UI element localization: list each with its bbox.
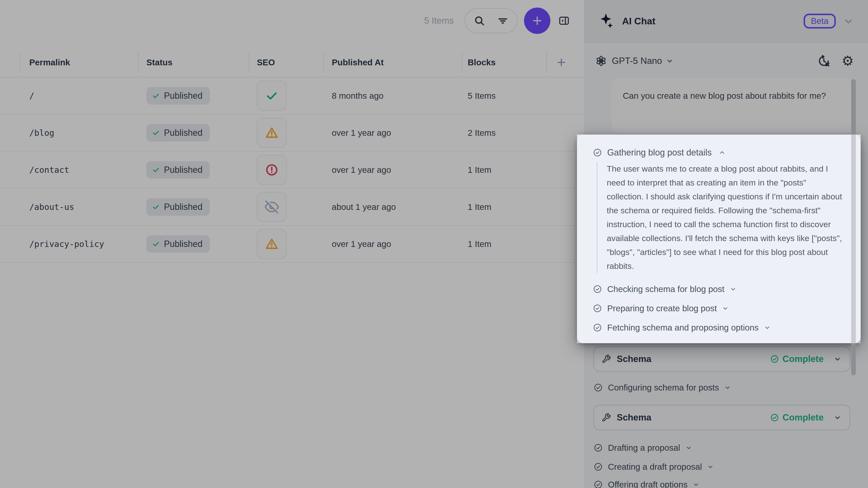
- status-cell: Published: [146, 198, 210, 216]
- item-count: 5 Items: [424, 15, 454, 26]
- model-selector[interactable]: GPT-5 Nano: [612, 56, 662, 66]
- seo-warning-icon: [265, 237, 279, 251]
- status-badge: Published: [146, 198, 210, 216]
- check-icon: [152, 240, 160, 248]
- column-separator: [138, 52, 138, 73]
- add-column-button[interactable]: [556, 57, 567, 68]
- check-icon: [152, 129, 160, 137]
- add-item-button[interactable]: [524, 7, 550, 34]
- seo-cell: [257, 81, 287, 111]
- table-header: Permalink Status SEO Published At Blocks: [0, 48, 584, 77]
- check-circle-icon: [770, 355, 779, 363]
- tool-status-label: Complete: [782, 413, 824, 423]
- seo-eye-off-icon: [265, 200, 279, 214]
- tool-status: Complete: [770, 413, 841, 423]
- published-at-cell: over 1 year ago: [332, 239, 391, 249]
- sparkles-icon: [599, 13, 615, 30]
- chevron-down-icon: [693, 481, 699, 488]
- chevron-down-icon: [834, 414, 841, 421]
- toggle-sidebar-button[interactable]: [557, 13, 571, 28]
- check-circle-icon: [593, 285, 602, 293]
- step-label: Preparing to create blog post: [607, 303, 717, 313]
- seo-cell: [257, 118, 287, 148]
- step-label: Configuring schema for posts: [608, 383, 719, 392]
- panel-title: AI Chat: [622, 16, 655, 27]
- status-label: Published: [164, 165, 203, 175]
- blocks-cell: 5 Items: [468, 91, 496, 101]
- tool-status-label: Complete: [782, 354, 824, 364]
- filter-button[interactable]: [496, 14, 509, 27]
- status-cell: Published: [146, 87, 210, 104]
- reasoning-step-gathering[interactable]: Gathering blog post details: [593, 146, 725, 159]
- chevron-down-icon: [666, 57, 673, 65]
- tool-call-card-schema-1[interactable]: Schema Complete: [593, 346, 850, 372]
- seo-warning-icon: [265, 126, 279, 140]
- reasoning-step-configuring[interactable]: Configuring schema for posts: [594, 378, 731, 397]
- table-body: / Published 8 months ago 5 Items /bl: [0, 77, 584, 263]
- seo-cell: [257, 155, 287, 185]
- plus-icon: [556, 57, 567, 68]
- search-button[interactable]: [473, 14, 486, 27]
- column-header-status[interactable]: Status: [146, 58, 173, 67]
- column-header-seo[interactable]: SEO: [257, 58, 275, 67]
- reasoning-step-preparing-create[interactable]: Preparing to create blog post: [593, 299, 847, 318]
- check-circle-icon: [594, 383, 602, 392]
- step-label: Gathering blog post details: [607, 148, 712, 158]
- tool-status: Complete: [770, 354, 841, 364]
- table-row[interactable]: /contact Published over 1 year ago 1 Ite…: [0, 152, 584, 189]
- history-clear-icon: [817, 54, 831, 67]
- check-circle-icon: [770, 413, 779, 422]
- seo-error-button[interactable]: [257, 155, 287, 185]
- reasoning-step-offering-options[interactable]: Offering draft options: [594, 475, 699, 488]
- table-row[interactable]: /privacy-policy Published over 1 year ag…: [0, 226, 584, 263]
- status-label: Published: [164, 128, 203, 138]
- seo-warning-button[interactable]: [257, 229, 287, 259]
- published-at-cell: over 1 year ago: [332, 128, 391, 138]
- filter-icon: [496, 14, 509, 27]
- step-label: Creating a draft proposal: [608, 462, 702, 472]
- wrench-icon: [601, 413, 611, 422]
- status-badge: Published: [146, 235, 210, 253]
- column-separator: [547, 52, 547, 73]
- column-separator: [323, 52, 324, 73]
- chevron-down-icon[interactable]: [843, 16, 854, 27]
- table-row[interactable]: /blog Published over 1 year ago 2 Items: [0, 115, 584, 152]
- chat-scrollbar-thumb[interactable]: [851, 79, 856, 376]
- seo-warning-button[interactable]: [257, 118, 287, 148]
- column-header-blocks[interactable]: Blocks: [468, 58, 496, 67]
- status-label: Published: [164, 91, 203, 101]
- panel-right-icon: [558, 13, 570, 28]
- search-filter-group: [465, 8, 518, 33]
- seo-pass-button[interactable]: [257, 81, 287, 111]
- settings-button[interactable]: ⚙: [842, 54, 854, 68]
- column-header-permalink[interactable]: Permalink: [29, 58, 70, 67]
- seo-check-icon: [265, 89, 279, 103]
- tool-call-card-schema-2[interactable]: Schema Complete: [593, 404, 850, 430]
- published-at-cell: about 1 year ago: [332, 202, 396, 212]
- status-badge: Published: [146, 124, 210, 142]
- reasoning-step-fetching-schema[interactable]: Fetching schema and proposing options: [593, 318, 847, 337]
- seo-hidden-button[interactable]: [257, 192, 287, 222]
- chevron-down-icon: [724, 384, 731, 391]
- check-icon: [152, 166, 160, 174]
- column-header-published-at[interactable]: Published At: [332, 58, 384, 67]
- column-separator: [462, 52, 462, 73]
- reasoning-step-checking-schema[interactable]: Checking schema for blog post: [593, 279, 847, 299]
- reasoning-step-drafting[interactable]: Drafting a proposal: [594, 438, 692, 457]
- table-row[interactable]: /about-us Published: [0, 189, 584, 226]
- table-row[interactable]: / Published 8 months ago 5 Items: [0, 77, 584, 115]
- reasoning-step-creating-draft[interactable]: Creating a draft proposal: [594, 458, 714, 476]
- permalink-cell: /blog: [29, 128, 54, 138]
- blocks-cell: 1 Item: [468, 165, 491, 175]
- check-circle-icon: [594, 480, 602, 488]
- check-icon: [152, 92, 160, 100]
- permalink-cell: /privacy-policy: [29, 239, 104, 249]
- tool-name: Schema: [617, 354, 651, 364]
- chevron-up-icon: [719, 150, 725, 156]
- seo-cell: [257, 229, 287, 259]
- clear-history-button[interactable]: [817, 54, 831, 67]
- ai-chat-header: AI Chat Beta: [584, 0, 868, 43]
- chevron-down-icon: [685, 445, 692, 451]
- reasoning-body-text: The user wants me to create a blog post …: [596, 162, 843, 273]
- check-circle-icon: [593, 148, 602, 157]
